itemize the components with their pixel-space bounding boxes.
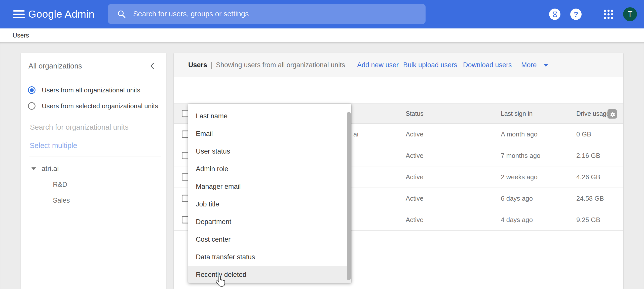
help-icon[interactable]: ? <box>570 9 582 20</box>
download-users-link[interactable]: Download users <box>463 53 512 77</box>
menu-item-cost-center[interactable]: Cost center <box>188 231 351 248</box>
radio-selected-org-units[interactable]: Users from selected organizational units <box>28 102 158 110</box>
user-drive-usage: 9.25 GB <box>576 216 600 224</box>
radio-label: Users from all organizational units <box>42 86 140 94</box>
google-admin-console: Google Admin ? T Users All organizations… <box>0 0 644 289</box>
user-status: Active <box>406 195 424 202</box>
user-status: Active <box>406 173 424 181</box>
google-admin-logo: Google Admin <box>28 0 95 28</box>
title-separator: | <box>211 61 212 69</box>
main-menu-icon[interactable] <box>13 10 25 18</box>
divider <box>21 83 166 83</box>
user-drive-usage: 24.58 GB <box>576 195 604 202</box>
user-last-sign-in: A month ago <box>501 130 538 138</box>
menu-item-user-status[interactable]: User status <box>188 142 351 160</box>
account-avatar[interactable]: T <box>623 7 637 21</box>
gear-icon <box>609 111 616 118</box>
radio-selected-icon <box>28 86 35 94</box>
row-checkbox[interactable] <box>182 216 189 224</box>
user-last-sign-in: 7 months ago <box>501 152 541 160</box>
user-drive-usage: 0 GB <box>576 130 591 138</box>
select-multiple-link[interactable]: Select multiple <box>30 141 77 150</box>
global-search-bar[interactable] <box>108 4 426 24</box>
menu-item-recently-deleted[interactable]: Recently deleted <box>188 266 351 283</box>
collapse-panel-icon[interactable] <box>148 61 157 70</box>
user-drive-usage: 4.26 GB <box>576 173 600 181</box>
column-header-last-sign-in[interactable]: Last sign in <box>501 110 533 117</box>
user-status: Active <box>406 130 424 138</box>
menu-item-manager-email[interactable]: Manager email <box>188 178 351 195</box>
user-last-sign-in: 2 weeks ago <box>501 173 538 181</box>
input-underline <box>29 135 161 135</box>
caret-down-icon <box>543 64 548 67</box>
menu-item-email[interactable]: Email <box>188 125 351 142</box>
users-toolbar: Users | Showing users from all organizat… <box>174 53 623 77</box>
radio-label: Users from selected organizational units <box>42 102 158 110</box>
org-unit-search-input[interactable] <box>29 123 161 132</box>
radio-unselected-icon <box>28 102 35 110</box>
org-tree-root[interactable]: atri.ai <box>31 164 59 173</box>
search-icon <box>117 10 126 19</box>
row-checkbox[interactable] <box>182 173 189 181</box>
users-title: Users | Showing users from all organizat… <box>188 53 345 77</box>
user-status: Active <box>406 216 424 224</box>
organizations-panel: All organizations Users from all organiz… <box>21 53 166 289</box>
org-root-label: atri.ai <box>42 165 59 173</box>
menu-item-last-name[interactable]: Last name <box>188 107 351 125</box>
breadcrumb-bar: Users <box>0 28 644 42</box>
column-header-status[interactable]: Status <box>406 110 424 117</box>
user-drive-usage: 2.16 GB <box>576 152 600 160</box>
organizations-panel-title: All organizations <box>28 58 82 74</box>
breadcrumb[interactable]: Users <box>13 28 29 42</box>
page-title: Users <box>188 61 207 69</box>
row-checkbox[interactable] <box>182 195 189 202</box>
add-new-user-link[interactable]: Add new user <box>357 53 399 77</box>
menu-item-department[interactable]: Department <box>188 213 351 231</box>
org-tree-item-rd[interactable]: R&D <box>53 181 67 189</box>
apps-grid-icon[interactable] <box>603 9 614 20</box>
column-header-drive-usage[interactable]: Drive usage <box>576 110 610 117</box>
select-all-checkbox[interactable] <box>182 110 189 117</box>
user-last-sign-in: 4 days ago <box>501 216 533 224</box>
user-last-sign-in: 6 days ago <box>501 195 533 202</box>
hourglass-icon[interactable] <box>549 9 560 20</box>
bulk-upload-users-link[interactable]: Bulk upload users <box>403 53 457 77</box>
row-checkbox[interactable] <box>182 131 189 138</box>
more-label: More <box>521 61 537 69</box>
dropdown-scrollbar[interactable] <box>347 112 351 280</box>
row-checkbox[interactable] <box>182 152 189 159</box>
menu-item-data-transfer-status[interactable]: Data transfer status <box>188 248 351 266</box>
chevron-down-icon[interactable] <box>31 167 36 170</box>
divider <box>29 157 161 157</box>
radio-all-org-units[interactable]: Users from all organizational units <box>28 86 140 94</box>
org-unit-search[interactable] <box>29 123 161 132</box>
user-name-partial: ai <box>353 130 358 138</box>
app-header: Google Admin ? T <box>0 0 644 28</box>
user-status: Active <box>406 152 424 160</box>
org-tree-item-sales[interactable]: Sales <box>53 197 70 204</box>
column-chooser-menu: Last name Email User status Admin role M… <box>188 104 351 283</box>
page-subtitle: Showing users from all organizational un… <box>216 61 345 69</box>
column-settings-button[interactable] <box>608 109 617 119</box>
global-search-input[interactable] <box>133 10 426 18</box>
menu-item-job-title[interactable]: Job title <box>188 195 351 213</box>
more-menu-button[interactable]: More <box>521 53 548 77</box>
menu-item-admin-role[interactable]: Admin role <box>188 160 351 178</box>
